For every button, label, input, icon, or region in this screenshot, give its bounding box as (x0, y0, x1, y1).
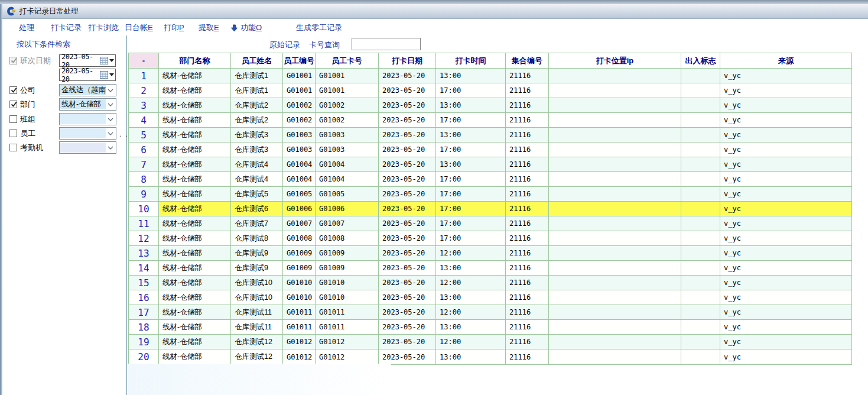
team-checkbox[interactable] (9, 115, 17, 123)
table-row[interactable]: 18线材-仓储部仓库测试11G01011G010112023-05-2013:0… (129, 320, 851, 335)
filter-company: 公司 (9, 84, 35, 96)
menu-item-2[interactable]: 打卡记录 (51, 22, 82, 33)
shift-date-to-value: 2023-05-20 (61, 67, 100, 83)
menu-item-7[interactable]: 功能O (240, 22, 262, 33)
column-header-1[interactable]: - (129, 53, 159, 68)
menu-item-8[interactable]: 生成零工记录 (296, 22, 342, 33)
employee-checkbox[interactable] (9, 129, 17, 137)
data-cell: 21116 (506, 69, 549, 83)
table-row-selected[interactable]: 10线材-仓储部仓库测试6G01006G010062023-05-2017:00… (129, 202, 851, 216)
column-header-4[interactable]: 员工编号 (283, 53, 316, 68)
table-row[interactable]: 17线材-仓储部仓库测试11G01011G010112023-05-2012:0… (129, 305, 851, 320)
company-checkbox[interactable] (9, 86, 17, 94)
department-select[interactable]: 线材-仓储部 (59, 98, 116, 111)
table-row[interactable]: 13线材-仓储部仓库测试9G01009G010092023-05-2012:00… (129, 246, 851, 261)
table-row[interactable]: 9线材-仓储部仓库测试5G01005G010052023-05-2017:002… (129, 187, 851, 202)
column-header-9[interactable]: 打卡位置ip (549, 53, 681, 68)
data-cell: v_yc (720, 335, 851, 349)
row-number-cell: 10 (129, 202, 159, 216)
data-cell: 2023-05-20 (379, 157, 436, 171)
menu-item-5[interactable]: 打印P (164, 22, 184, 33)
table-row[interactable]: 14线材-仓储部仓库测试9G01009G010092023-05-2013:00… (129, 261, 851, 276)
data-cell: 21116 (506, 143, 549, 157)
row-number-cell: 16 (129, 290, 159, 305)
data-cell: 2023-05-20 (379, 349, 436, 364)
column-header-7[interactable]: 打卡时间 (436, 53, 506, 68)
team-select[interactable] (59, 113, 116, 125)
table-row[interactable]: 11线材-仓储部仓库测试7G01007G010072023-05-2017:00… (129, 216, 851, 231)
department-checkbox[interactable] (9, 101, 17, 108)
data-cell: v_yc (720, 305, 851, 319)
table-row[interactable]: 3线材-仓储部仓库测试2G01002G010022023-05-2013:002… (129, 98, 851, 113)
data-cell: G01001 (316, 83, 379, 98)
table-row[interactable]: 12线材-仓储部仓库测试8G01008G010082023-05-2017:00… (129, 231, 851, 246)
data-cell (549, 128, 681, 142)
machine-checkbox[interactable] (9, 144, 17, 151)
data-cell: 线材-仓储部 (159, 83, 231, 98)
calendar-icon[interactable] (100, 57, 108, 64)
data-cell: v_yc (720, 290, 851, 305)
column-header-6[interactable]: 打卡日期 (379, 53, 436, 68)
machine-value (60, 143, 106, 153)
data-cell: 仓库测试9 (231, 246, 283, 260)
data-cell: G01004 (316, 157, 379, 171)
column-header-11[interactable]: 来源 (720, 53, 851, 68)
menu-item-3[interactable]: 打卡浏览 (88, 22, 119, 33)
data-cell: 17:00 (436, 202, 506, 216)
table-row[interactable]: 5线材-仓储部仓库测试3G01003G010032023-05-2013:002… (129, 128, 851, 143)
column-header-8[interactable]: 集合编号 (506, 53, 549, 68)
table-row[interactable]: 15线材-仓储部仓库测试10G01010G010102023-05-2012:0… (129, 276, 851, 290)
company-select[interactable]: 金线达（越南 (59, 84, 116, 96)
employee-select[interactable] (59, 127, 116, 140)
data-cell (681, 349, 720, 364)
shift-date-from-field[interactable]: 2023-05-20 (59, 54, 116, 67)
menu-item-4[interactable]: 日台帐E (125, 22, 153, 33)
data-cell (549, 98, 681, 112)
column-header-2[interactable]: 部门名称 (159, 53, 231, 68)
data-cell: 21116 (506, 320, 549, 334)
table-row[interactable]: 8线材-仓储部仓库测试4G01004G010042023-05-2017:002… (129, 172, 851, 187)
menu-item-6[interactable]: 提取E (199, 22, 219, 33)
shift-date-to-field[interactable]: 2023-05-20 (59, 69, 116, 81)
filter-team: 班组 (9, 113, 35, 125)
data-cell: 2023-05-20 (379, 128, 436, 142)
menu-item-1[interactable]: 处理 (19, 22, 34, 33)
table-row[interactable]: 16线材-仓储部仓库测试10G01010G010102023-05-2013:0… (129, 290, 851, 305)
column-header-5[interactable]: 员工卡号 (316, 53, 379, 68)
employee-browse-dots[interactable]: . . (119, 130, 129, 138)
machine-select[interactable] (59, 141, 116, 154)
data-cell: 13:00 (436, 349, 506, 364)
table-row[interactable]: 2线材-仓储部仓库测试1G01001G010012023-05-2017:002… (129, 83, 851, 98)
original-records-label[interactable]: 原始记录 (269, 40, 300, 50)
table-row[interactable]: 19线材-仓储部仓库测试12G01012G010122023-05-2012:0… (129, 335, 851, 349)
calendar-icon[interactable] (100, 71, 108, 79)
row-number-cell: 13 (129, 246, 159, 260)
shift-date-checkbox[interactable] (9, 57, 17, 64)
data-cell: G01001 (283, 69, 316, 83)
data-cell: G01004 (283, 172, 316, 186)
filter-shift-date: 班次日期 (9, 54, 51, 67)
table-row[interactable]: 7线材-仓储部仓库测试4G01004G010042023-05-2013:002… (129, 157, 851, 172)
date-dropdown-arrow-icon[interactable] (109, 59, 114, 62)
data-cell: G01012 (283, 349, 316, 364)
data-cell: 仓库测试7 (231, 216, 283, 231)
table-row[interactable]: 1线材-仓储部仓库测试1G01001G010012023-05-2013:002… (129, 69, 851, 83)
data-cell: G01011 (316, 320, 379, 334)
column-header-3[interactable]: 员工姓名 (231, 53, 283, 68)
table-row[interactable]: 6线材-仓储部仓库测试3G01003G010032023-05-2017:002… (129, 143, 851, 157)
data-cell: 2023-05-20 (379, 202, 436, 216)
table-row[interactable]: 4线材-仓储部仓库测试2G01002G010022023-05-2017:002… (129, 113, 851, 128)
data-cell: G01010 (283, 276, 316, 290)
data-cell: 仓库测试12 (231, 349, 283, 364)
column-header-10[interactable]: 出入标志 (681, 53, 720, 68)
date-dropdown-arrow-icon[interactable] (109, 73, 114, 76)
data-cell: v_yc (720, 69, 851, 83)
data-cell: G01011 (283, 320, 316, 334)
card-query-input[interactable] (352, 38, 421, 50)
row-number-cell: 20 (129, 349, 159, 364)
data-cell: 13:00 (436, 128, 506, 142)
table-row[interactable]: 20线材-仓储部仓库测试12G01012G010122023-05-2013:0… (129, 349, 851, 364)
data-cell: 13:00 (436, 261, 506, 275)
data-cell (549, 276, 681, 290)
data-cell (549, 305, 681, 319)
